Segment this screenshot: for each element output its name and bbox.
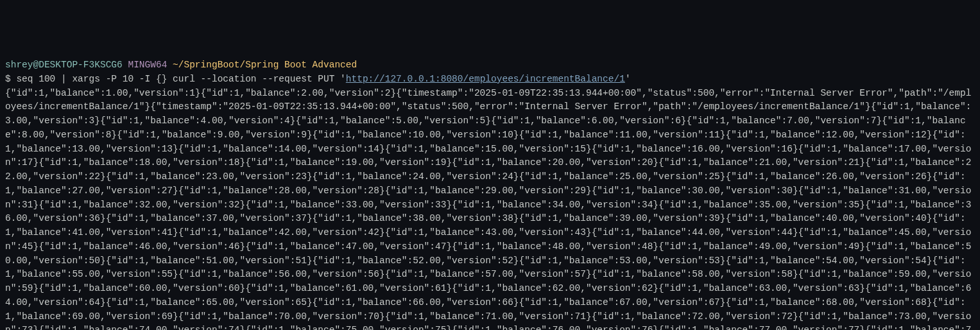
cwd-path: ~/SpringBoot/Spring Boot Advanced (173, 60, 357, 70)
terminal-command-line[interactable]: $ seq 100 | xargs -P 10 -I {} curl --loc… (5, 73, 975, 87)
command-url[interactable]: http://127.0.0.1:8080/employees/incremen… (346, 74, 625, 84)
terminal-prompt-line-1: shrey@DESKTOP-F3KSCG6 MINGW64 ~/SpringBo… (5, 58, 975, 73)
user-host-label: shrey@DESKTOP-F3KSCG6 (5, 60, 123, 70)
terminal-output: {"id":1,"balance":1.00,"version":1}{"id"… (5, 87, 975, 331)
command-text-pre: seq 100 | xargs -P 10 -I {} curl --locat… (16, 74, 345, 84)
prompt-dollar: $ (5, 74, 11, 84)
mingw-label: MINGW64 (128, 60, 167, 70)
command-text-post: ' (625, 74, 631, 84)
